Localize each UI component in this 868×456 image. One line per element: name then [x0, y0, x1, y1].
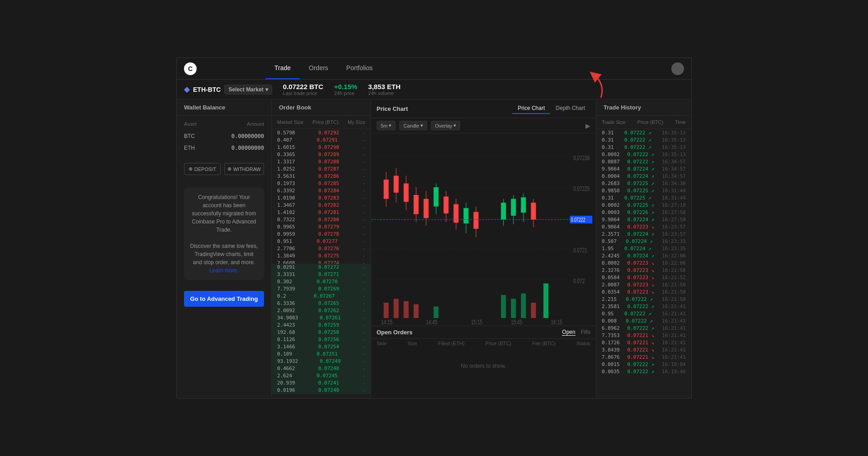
ob-my-size: -: [362, 173, 365, 179]
ob-price-red: 0.07292: [318, 130, 339, 136]
th-trade-time: 16:31:44: [662, 195, 686, 201]
trade-history-row: 0.310.07225 ↗16:31:44: [596, 194, 691, 201]
candlestick-svg: 0.07238 0.07225 0.07222 0.0721 0.072: [371, 133, 596, 326]
trade-history-row: 0.00020.07222 ↗16:35:13: [596, 151, 691, 158]
learn-more-link[interactable]: Learn more.: [209, 267, 239, 274]
tab-depth-chart[interactable]: Depth Chart: [550, 103, 590, 114]
trade-history-row: 2.42450.07224 ↗16:22:06: [596, 252, 691, 259]
ob-my-size: -: [362, 253, 365, 259]
ob-my-size: -: [362, 130, 365, 136]
ob-market-size: 0.9965: [277, 224, 295, 230]
discover-text: Discover the same low fees, TradingView …: [189, 242, 259, 266]
trade-history-row: 3.84390.07221 ↘16:21:41: [596, 346, 691, 353]
trade-history: Trade History Trade Size Price (BTC) Tim…: [596, 100, 691, 398]
ob-price-red: 0.07284: [318, 188, 339, 194]
migration-notice: Congratulations! Your account has been s…: [184, 188, 264, 280]
tab-price-chart[interactable]: Price Chart: [512, 103, 550, 114]
ob-market-size: 1.3849: [277, 253, 295, 259]
select-market-button[interactable]: Select Market ▾: [224, 85, 272, 95]
ob-market-size: 0.109: [277, 351, 292, 357]
nav-tab-orders[interactable]: Orders: [300, 57, 337, 79]
ob-my-size: -: [362, 238, 365, 244]
th-trade-time: 16:21:41: [662, 311, 686, 317]
svg-text:15:15: 15:15: [471, 318, 482, 326]
svg-rect-47: [501, 295, 506, 318]
ob-price-red: 0.07278: [318, 231, 339, 237]
main-layout: Wallet Balance Asset Amount BTC 0.000000…: [177, 100, 691, 398]
time-interval-button[interactable]: 5m ▾: [377, 121, 396, 130]
ob-price-red: 0.07280: [318, 217, 339, 223]
th-trade-size: 3.8439: [602, 347, 620, 353]
th-trade-time: 16:35:13: [662, 137, 686, 143]
wallet-table: Asset Amount BTC 0.00000000 ETH 0.000000…: [177, 116, 271, 157]
trade-history-row: 0.310.07222 ↗16:35:13: [596, 129, 691, 136]
ob-market-size: 7.7939: [277, 286, 295, 292]
coinbase-logo[interactable]: C: [184, 62, 197, 75]
user-avatar[interactable]: [671, 62, 684, 75]
ob-price-green: 0.07265: [318, 300, 339, 306]
svg-rect-36: [521, 197, 526, 213]
deposit-button[interactable]: ⊕ DEPOSIT: [184, 163, 221, 175]
ob-market-size: 2.624: [277, 373, 292, 379]
plus-icon: ⊕: [189, 166, 193, 172]
th-trade-time: 16:21:41: [662, 304, 686, 309]
tab-fills[interactable]: Fills: [581, 329, 590, 336]
ob-market-size: 2.4423: [277, 322, 295, 328]
ob-sell-row: 0.73220.07280-: [272, 216, 371, 223]
th-trade-time: 16:21:56: [662, 267, 686, 273]
ob-buy-row: 0.46620.07248-: [272, 365, 371, 372]
ob-buy-row: 0.3020.07270-: [272, 278, 371, 285]
ob-price-green: 0.07245: [317, 373, 338, 379]
svg-rect-49: [521, 294, 526, 318]
th-trade-price: 0.07222 ↗: [627, 159, 655, 165]
th-trade-time: 16:34:57: [662, 166, 686, 172]
svg-text:0.07225: 0.07225: [573, 185, 590, 193]
ob-buy-row: 0.02910.07272-: [272, 264, 371, 271]
open-orders: Open Orders Open Fills Side Size Filled …: [371, 326, 596, 398]
advanced-trading-button[interactable]: Go to Advanced Trading: [184, 291, 264, 307]
th-trade-time: 16:34:30: [662, 180, 686, 186]
th-trade-price: 0.07225 ↗: [627, 202, 655, 208]
price-info: 0.07222 BTC Last trade price +0.15% 24h …: [283, 83, 401, 96]
chart-type-button[interactable]: Candle ▾: [399, 121, 427, 130]
svg-text:0.07222: 0.07222: [571, 217, 585, 223]
overlay-button[interactable]: Overlay ▾: [431, 121, 460, 130]
th-trade-size: 2.3276: [602, 267, 620, 273]
th-trade-size: 0.31: [602, 144, 614, 150]
asset-col-header: Asset: [184, 121, 197, 127]
th-trade-price: 0.07221 ↘: [627, 354, 655, 360]
ob-price-red: 0.07275: [318, 253, 339, 259]
ob-price-green: 0.07271: [318, 271, 339, 277]
nav-tab-trade[interactable]: Trade: [265, 57, 300, 79]
oo-table-header: Side Size Filled (ETH) Price (BTC) Fee (…: [371, 339, 596, 348]
th-trade-time: 16:27:58: [662, 209, 686, 215]
th-trade-size: 0.0002: [602, 260, 620, 266]
th-trade-size: 0.31: [602, 130, 614, 136]
chart-header: Price Chart Price Chart Depth Chart: [371, 100, 596, 118]
svg-rect-32: [501, 203, 506, 219]
ob-my-size: -: [362, 137, 365, 143]
ob-buy-row: 2.44230.07259-: [272, 322, 371, 329]
nav-tab-portfolios[interactable]: Portfolios: [337, 57, 382, 79]
th-trade-price: 0.07222 ↗: [624, 311, 651, 317]
eth-asset-label: ETH: [184, 145, 195, 151]
ob-market-size: 0.407: [277, 137, 292, 143]
ob-my-size: -: [362, 373, 365, 379]
expand-icon[interactable]: ▶: [585, 122, 590, 129]
ob-my-size: -: [362, 366, 365, 371]
svg-rect-16: [404, 184, 409, 202]
svg-rect-12: [384, 180, 389, 199]
chevron-icon: ▾: [389, 123, 392, 128]
chart-tabs: Price Chart Depth Chart: [512, 103, 590, 114]
th-trade-size: 0.008: [602, 318, 617, 324]
withdraw-button[interactable]: ⊕ WITHDRAW: [224, 163, 264, 175]
ob-price-green: 0.07249: [320, 358, 340, 364]
ob-market-size-col: Market Size: [277, 119, 303, 125]
trade-history-row: 9.98640.07224 ↗16:34:57: [596, 165, 691, 172]
ob-price-green: 0.07240: [318, 387, 339, 393]
th-trade-time: 16:23:33: [662, 238, 686, 244]
th-trade-time: 16:23:35: [662, 246, 686, 252]
tab-open[interactable]: Open: [562, 329, 575, 336]
svg-rect-45: [414, 304, 419, 318]
ob-sell-row: 1.01980.07283-: [272, 194, 371, 201]
